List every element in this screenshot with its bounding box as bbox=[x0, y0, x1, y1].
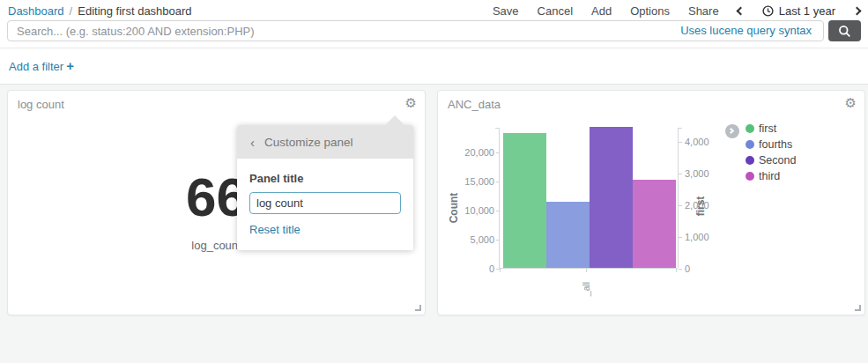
bar-group bbox=[503, 128, 676, 268]
query-bar: Uses lucene query syntax bbox=[7, 20, 861, 41]
kibana-app: Dashboard / Editing first dashboard Save… bbox=[0, 0, 868, 363]
right-axis-ticks: 4,000 3,000 2,000 1,000 0 bbox=[685, 136, 729, 275]
chart-legend: first fourths Second third bbox=[725, 122, 796, 182]
dashboard-grid: log count ⚙ 66 log_count ‹ Customize pan… bbox=[0, 85, 868, 363]
legend-dot-icon bbox=[746, 124, 754, 133]
popover-title: Customize panel bbox=[264, 136, 353, 149]
time-next-chevron-right-icon[interactable] bbox=[853, 6, 862, 15]
page-title: Editing first dashboard bbox=[78, 4, 191, 18]
reset-title-link[interactable]: Reset title bbox=[249, 223, 300, 236]
add-filter-link[interactable]: Add a filter+ bbox=[9, 60, 74, 73]
legend-dot-icon bbox=[746, 156, 754, 165]
lucene-syntax-link[interactable]: Uses lucene query syntax bbox=[680, 24, 812, 37]
add-filter-label: Add a filter bbox=[9, 60, 63, 73]
popover-body: Panel title Reset title bbox=[237, 159, 413, 250]
legend-dot-icon bbox=[746, 140, 754, 149]
legend-item[interactable]: third bbox=[746, 170, 796, 182]
x-tick bbox=[586, 269, 587, 272]
chart-panel: ANC_data ⚙ 20,000 15,000 10,000 5,000 0 … bbox=[437, 90, 865, 315]
filter-bar: Add a filter+ bbox=[0, 48, 868, 85]
add-button[interactable]: Add bbox=[591, 4, 612, 18]
options-button[interactable]: Options bbox=[630, 4, 670, 18]
legend-item[interactable]: Second bbox=[746, 154, 796, 167]
resize-handle[interactable] bbox=[855, 305, 861, 311]
bar-second[interactable] bbox=[590, 127, 633, 268]
cancel-button[interactable]: Cancel bbox=[538, 4, 573, 18]
gear-icon[interactable]: ⚙ bbox=[405, 96, 417, 109]
time-range-label: Last 1 year bbox=[779, 4, 835, 18]
dashboard-actions: Save Cancel Add Options Share Last 1 yea… bbox=[493, 4, 860, 18]
legend-item[interactable]: first bbox=[746, 122, 796, 135]
x-category-label: _all bbox=[581, 282, 591, 296]
metric-panel: log count ⚙ 66 log_count ‹ Customize pan… bbox=[7, 90, 426, 315]
share-button[interactable]: Share bbox=[688, 4, 719, 18]
panel-title-label: Panel title bbox=[249, 172, 401, 185]
time-picker-button[interactable]: Last 1 year bbox=[762, 4, 835, 18]
breadcrumb-separator: / bbox=[70, 4, 73, 18]
search-icon bbox=[838, 25, 851, 38]
breadcrumb: Dashboard / Editing first dashboard bbox=[8, 4, 192, 18]
gear-icon[interactable]: ⚙ bbox=[845, 96, 857, 109]
back-chevron-icon[interactable]: ‹ bbox=[250, 135, 255, 150]
x-tick bbox=[676, 269, 677, 272]
save-button[interactable]: Save bbox=[493, 4, 519, 18]
bar-first[interactable] bbox=[503, 133, 546, 268]
resize-handle[interactable] bbox=[415, 305, 421, 311]
panel-title[interactable]: ANC_data bbox=[448, 98, 501, 111]
bar-chart: 20,000 15,000 10,000 5,000 0 4,000 3,000… bbox=[499, 128, 678, 269]
bar-fourths[interactable] bbox=[546, 202, 590, 268]
plus-icon: + bbox=[66, 58, 74, 73]
panel-title[interactable]: log count bbox=[18, 98, 64, 111]
top-navbar: Dashboard / Editing first dashboard Save… bbox=[0, 0, 868, 85]
left-axis-title: Count bbox=[448, 193, 460, 224]
legend-toggle-icon[interactable] bbox=[725, 124, 739, 138]
popover-arrow bbox=[385, 115, 404, 125]
x-tick bbox=[500, 269, 501, 272]
breadcrumb-dashboard-link[interactable]: Dashboard bbox=[8, 4, 64, 18]
legend-item[interactable]: fourths bbox=[746, 138, 796, 151]
panel-title-input[interactable] bbox=[249, 192, 401, 214]
right-axis-title: first bbox=[694, 196, 707, 217]
right-axis-line bbox=[678, 128, 679, 268]
clock-icon bbox=[762, 5, 774, 17]
time-prev-chevron-left-icon[interactable] bbox=[736, 6, 745, 15]
search-button[interactable] bbox=[828, 20, 861, 41]
bar-third[interactable] bbox=[633, 180, 676, 268]
legend-dot-icon bbox=[746, 172, 754, 181]
customize-panel-popover: ‹ Customize panel Panel title Reset titl… bbox=[237, 125, 413, 250]
popover-header: ‹ Customize panel bbox=[237, 125, 413, 159]
